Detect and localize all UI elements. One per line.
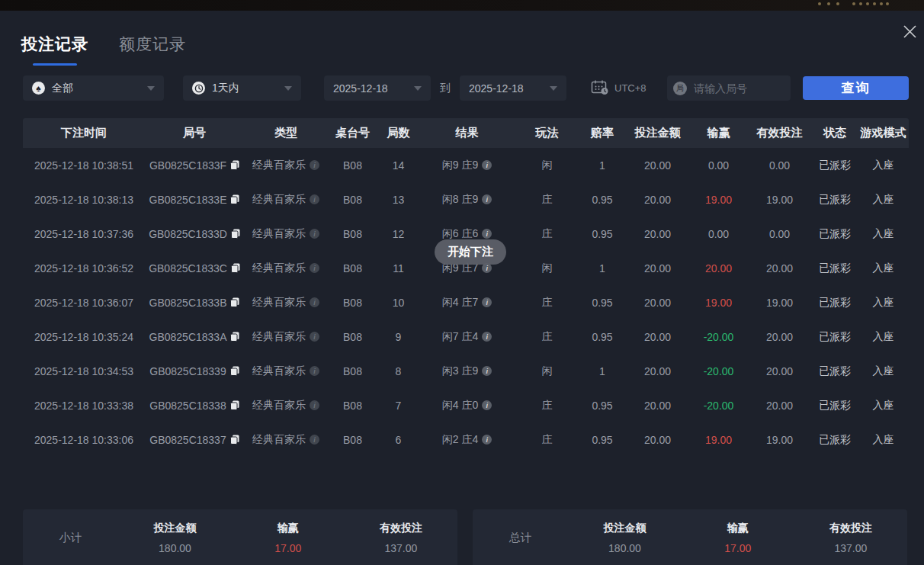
- round-id-value: GB0825C18338: [149, 400, 226, 412]
- table-row[interactable]: 2025-12-18 10:38:51 GB0825C1833F 经典百家乐 i…: [23, 148, 909, 182]
- type-info-icon[interactable]: i: [310, 229, 319, 239]
- copy-icon[interactable]: [230, 400, 239, 410]
- total-bet-amount: 投注金额 180.00: [568, 522, 681, 554]
- type-info-icon[interactable]: i: [310, 400, 319, 410]
- tab-quota-records[interactable]: 额度记录: [119, 34, 186, 55]
- type-info-icon[interactable]: i: [310, 366, 319, 376]
- bet-time-cell: 2025-12-18 10:33:06: [23, 434, 145, 446]
- result-info-icon[interactable]: i: [482, 194, 492, 204]
- column-header: 下注时间: [23, 126, 145, 140]
- column-header: 类型: [244, 126, 328, 140]
- status-cell: 已派彩: [812, 330, 858, 344]
- round-search-input[interactable]: [692, 82, 784, 95]
- result-info-icon[interactable]: i: [482, 435, 492, 445]
- win-loss-cell: -20.00: [690, 400, 747, 412]
- type-info-icon[interactable]: i: [310, 263, 319, 273]
- copy-icon[interactable]: [230, 194, 239, 204]
- type-info-icon[interactable]: i: [310, 160, 319, 170]
- table-row[interactable]: 2025-12-18 10:34:53 GB0825C18339 经典百家乐 i…: [23, 354, 909, 388]
- status-cell: 已派彩: [812, 262, 858, 275]
- odds-cell: 1: [579, 159, 625, 172]
- query-button[interactable]: 查询: [803, 76, 909, 100]
- win-loss-cell: 19.00: [690, 434, 747, 446]
- round-id-value: GB0825C18339: [149, 365, 226, 377]
- date-from-value: 2025-12-18: [333, 82, 388, 95]
- table-number-cell: B08: [328, 400, 377, 412]
- type-info-icon[interactable]: i: [310, 435, 319, 445]
- win-loss-cell: 19.00: [690, 297, 747, 309]
- copy-icon[interactable]: [230, 332, 239, 342]
- round-number-cell: 7: [377, 400, 419, 412]
- table-number-cell: B08: [328, 194, 377, 206]
- bet-amount-cell: 20.00: [625, 194, 690, 206]
- bet-time-cell: 2025-12-18 10:35:24: [23, 331, 145, 343]
- status-cell: 已派彩: [812, 364, 858, 378]
- round-search-field[interactable]: 局: [667, 75, 791, 101]
- bet-amount-value: 180.00: [568, 542, 681, 554]
- win-loss-value: 17.00: [232, 542, 345, 554]
- round-id-value: GB0825C1833C: [149, 262, 227, 274]
- result-info-icon[interactable]: i: [482, 229, 492, 239]
- bet-amount-header: 投注金额: [568, 522, 681, 535]
- total-win-loss: 输赢 17.00: [682, 522, 794, 554]
- win-loss-cell: -20.00: [690, 365, 747, 377]
- game-type-cell: 经典百家乐 i: [244, 399, 328, 413]
- game-type-value: 经典百家乐: [252, 433, 306, 447]
- copy-icon[interactable]: [230, 366, 239, 376]
- win-loss-cell: 19.00: [690, 194, 747, 206]
- result-info-icon[interactable]: i: [482, 160, 492, 170]
- result-info-icon[interactable]: i: [482, 366, 492, 376]
- copy-icon[interactable]: [230, 435, 239, 445]
- column-header: 有效投注: [747, 126, 812, 140]
- timezone-selector[interactable]: UTC+8: [591, 75, 646, 101]
- round-id-cell: GB0825C1833E: [145, 194, 244, 206]
- play-type-cell: 庄: [515, 227, 579, 241]
- bet-amount-cell: 20.00: [625, 434, 690, 446]
- date-to-picker[interactable]: 2025-12-18: [460, 75, 566, 101]
- game-type-select[interactable]: ♠ 全部: [23, 75, 164, 101]
- result-info-icon[interactable]: i: [482, 297, 492, 307]
- clock-icon: [192, 82, 205, 95]
- round-id-cell: GB0825C18337: [145, 434, 244, 446]
- bet-amount-header: 投注金额: [118, 522, 231, 535]
- game-type-cell: 经典百家乐 i: [244, 330, 328, 344]
- table-row[interactable]: 2025-12-18 10:38:13 GB0825C1833E 经典百家乐 i…: [23, 182, 909, 217]
- copy-icon[interactable]: [230, 160, 239, 170]
- copy-icon[interactable]: [231, 229, 240, 239]
- background-artifact-dots: [852, 2, 855, 5]
- type-info-icon[interactable]: i: [310, 194, 319, 204]
- result-cell: 闲9 庄9 i: [419, 159, 515, 172]
- subtotal-label: 小计: [23, 531, 118, 545]
- date-from-picker[interactable]: 2025-12-18: [324, 75, 431, 101]
- round-id-value: GB0825C1833B: [149, 297, 227, 309]
- valid-bet-value: 137.00: [794, 542, 907, 554]
- tab-betting-records[interactable]: 投注记录: [21, 34, 88, 66]
- table-number-cell: B08: [328, 228, 377, 240]
- status-cell: 已派彩: [812, 159, 858, 172]
- valid-bet-cell: 19.00: [747, 194, 812, 206]
- bet-time-cell: 2025-12-18 10:37:36: [23, 228, 145, 240]
- result-cell: 闲7 庄4 i: [419, 330, 515, 344]
- type-info-icon[interactable]: i: [310, 297, 319, 307]
- date-to-value: 2025-12-18: [469, 82, 524, 95]
- game-mode-cell: 入座: [858, 193, 909, 207]
- table-row[interactable]: 2025-12-18 10:35:24 GB0825C1833A 经典百家乐 i…: [23, 319, 909, 354]
- odds-cell: 1: [579, 365, 625, 377]
- timezone-value: UTC+8: [614, 82, 646, 94]
- bet-amount-cell: 20.00: [625, 400, 690, 412]
- table-row[interactable]: 2025-12-18 10:33:38 GB0825C18338 经典百家乐 i…: [23, 388, 909, 422]
- close-icon[interactable]: [900, 22, 919, 40]
- result-info-icon[interactable]: i: [482, 400, 492, 410]
- filter-bar: ♠ 全部 1天内 2025-12-18 到 2025-12-18: [23, 75, 909, 101]
- time-range-select[interactable]: 1天内: [183, 75, 301, 101]
- result-info-icon[interactable]: i: [482, 332, 492, 342]
- type-info-icon[interactable]: i: [310, 332, 319, 342]
- round-id-value: GB0825C1833A: [149, 331, 227, 343]
- table-row[interactable]: 2025-12-18 10:36:07 GB0825C1833B 经典百家乐 i…: [23, 285, 909, 319]
- copy-icon[interactable]: [230, 297, 239, 307]
- copy-icon[interactable]: [231, 263, 240, 273]
- game-type-value: 经典百家乐: [252, 296, 306, 310]
- round-id-cell: GB0825C1833D: [145, 228, 244, 240]
- table-row[interactable]: 2025-12-18 10:33:06 GB0825C18337 经典百家乐 i…: [23, 422, 909, 457]
- tab-label: 额度记录: [119, 35, 186, 53]
